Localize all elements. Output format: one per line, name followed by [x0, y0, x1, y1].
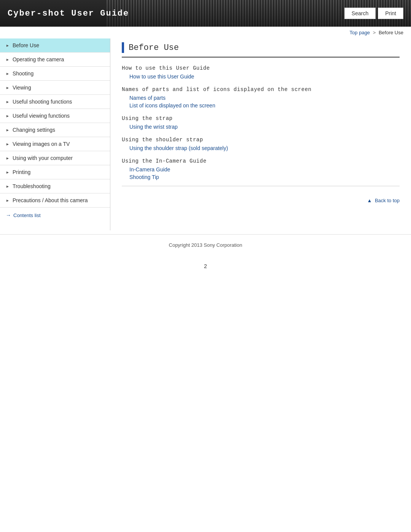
arrow-icon: ► — [6, 128, 10, 132]
link-shooting-tip[interactable]: Shooting Tip — [129, 174, 400, 180]
sidebar-item-using-computer[interactable]: ► Using with your computer — [0, 151, 110, 165]
main-content: Before Use How to use this User Guide Ho… — [110, 38, 411, 230]
content-divider — [122, 186, 400, 186]
sidebar-label: Changing settings — [13, 127, 55, 133]
sidebar-label: Viewing — [13, 85, 31, 91]
sidebar-item-before-use[interactable]: ► Before Use — [0, 38, 110, 53]
section-shoulder-strap: Using the shoulder strap Using the shoul… — [122, 137, 400, 151]
link-in-camera-guide[interactable]: In-Camera Guide — [129, 166, 400, 173]
breadcrumb-current: Before Use — [379, 30, 403, 35]
copyright-text: Copyright 2013 Sony Corporation — [169, 242, 242, 248]
arrow-icon: ► — [6, 72, 10, 76]
arrow-icon: ► — [6, 86, 10, 90]
sidebar-label: Before Use — [13, 42, 39, 48]
link-wrist-strap[interactable]: Using the wrist strap — [129, 124, 400, 130]
main-layout: ► Before Use ► Operating the camera ► Sh… — [0, 38, 411, 230]
sidebar-item-changing-settings[interactable]: ► Changing settings — [0, 123, 110, 137]
arrow-icon: ► — [6, 184, 10, 189]
sidebar-label: Operating the camera — [13, 56, 64, 62]
sidebar-label: Shooting — [13, 70, 33, 77]
link-how-to-use[interactable]: How to use this User Guide — [129, 73, 400, 80]
arrow-icon: ► — [6, 100, 10, 104]
breadcrumb: Top page > Before Use — [0, 27, 411, 38]
header-buttons: Search Print — [344, 8, 411, 19]
sidebar-item-viewing[interactable]: ► Viewing — [0, 81, 110, 95]
header-decoration — [107, 0, 358, 27]
sidebar-item-operating[interactable]: ► Operating the camera — [0, 53, 110, 67]
arrow-icon: ► — [6, 43, 10, 48]
contents-arrow-icon: → — [6, 212, 11, 218]
section-strap: Using the strap Using the wrist strap — [122, 115, 400, 130]
arrow-icon: ► — [6, 156, 10, 160]
sidebar-label: Using with your computer — [13, 155, 73, 161]
search-button[interactable]: Search — [344, 8, 376, 19]
contents-list-label: Contents list — [13, 212, 41, 218]
section-names-of-parts: Names of parts and list of icons display… — [122, 86, 400, 109]
back-to-top-label: Back to top — [375, 198, 400, 203]
print-button[interactable]: Print — [378, 8, 403, 19]
section-heading-in-camera: Using the In-Camera Guide — [122, 158, 400, 164]
section-heading-how-to-use: How to use this User Guide — [122, 65, 400, 71]
sidebar-label: Viewing images on a TV — [13, 141, 70, 147]
arrow-icon: ► — [6, 114, 10, 118]
breadcrumb-top-link[interactable]: Top page — [350, 30, 370, 35]
arrow-icon: ► — [6, 198, 10, 203]
page-title-text: Before Use — [129, 43, 179, 53]
sidebar-label: Precautions / About this camera — [13, 197, 88, 203]
link-icons-list[interactable]: List of icons displayed on the screen — [129, 102, 400, 109]
section-in-camera-guide: Using the In-Camera Guide In-Camera Guid… — [122, 158, 400, 180]
breadcrumb-separator: > — [373, 30, 376, 35]
sidebar-label: Useful viewing functions — [13, 113, 70, 119]
footer: Copyright 2013 Sony Corporation — [0, 234, 411, 256]
arrow-icon: ► — [6, 170, 10, 174]
page-number: 2 — [0, 256, 411, 277]
sidebar-item-precautions[interactable]: ► Precautions / About this camera — [0, 193, 110, 208]
section-heading-strap: Using the strap — [122, 115, 400, 121]
title-bar-decoration — [122, 42, 124, 53]
sidebar-item-troubleshooting[interactable]: ► Troubleshooting — [0, 179, 110, 193]
contents-list-link[interactable]: → Contents list — [0, 208, 110, 223]
section-heading-names: Names of parts and list of icons display… — [122, 86, 400, 93]
back-to-top-link[interactable]: ▲ Back to top — [122, 198, 400, 203]
app-title: Cyber-shot User Guide — [0, 9, 129, 18]
link-names-of-parts[interactable]: Names of parts — [129, 95, 400, 101]
sidebar: ► Before Use ► Operating the camera ► Sh… — [0, 38, 110, 230]
back-to-top-icon: ▲ — [367, 198, 372, 203]
sidebar-item-printing[interactable]: ► Printing — [0, 165, 110, 179]
sidebar-item-viewing-tv[interactable]: ► Viewing images on a TV — [0, 137, 110, 151]
sidebar-item-useful-shooting[interactable]: ► Useful shooting functions — [0, 95, 110, 109]
sidebar-item-shooting[interactable]: ► Shooting — [0, 67, 110, 81]
link-shoulder-strap[interactable]: Using the shoulder strap (sold separatel… — [129, 145, 400, 151]
header: Cyber-shot User Guide — [0, 0, 411, 27]
page-title: Before Use — [122, 42, 400, 58]
arrow-icon: ► — [6, 58, 10, 62]
sidebar-label: Useful shooting functions — [13, 99, 72, 105]
sidebar-item-useful-viewing[interactable]: ► Useful viewing functions — [0, 109, 110, 123]
section-heading-shoulder-strap: Using the shoulder strap — [122, 137, 400, 143]
section-how-to-use: How to use this User Guide How to use th… — [122, 65, 400, 80]
arrow-icon: ► — [6, 142, 10, 146]
sidebar-label: Printing — [13, 169, 30, 175]
sidebar-label: Troubleshooting — [13, 183, 51, 189]
